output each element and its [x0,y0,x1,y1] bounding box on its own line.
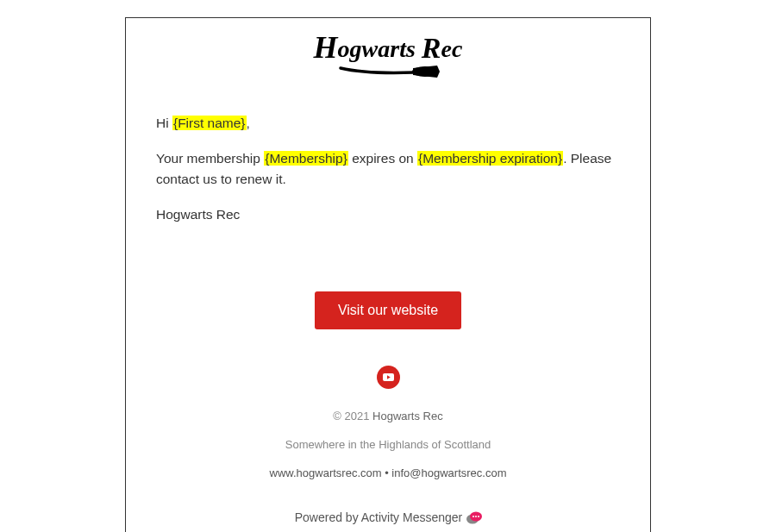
hogwarts-rec-logo: Hogwarts Rec [302,35,474,84]
company-name: Hogwarts Rec [372,410,443,422]
body-text-2: expires on [348,151,417,166]
footer: © 2021 Hogwarts Rec Somewhere in the Hig… [126,410,650,510]
svg-text:Hogwarts Rec: Hogwarts Rec [313,35,463,65]
youtube-icon[interactable] [377,366,400,389]
email-container: Hogwarts Rec Hi {First name}, Your membe… [125,17,651,532]
cta-section: Visit our website [126,240,650,360]
membership-expiration-placeholder: {Membership expiration} [417,151,563,166]
first-name-placeholder: {First name} [172,116,247,130]
copyright-prefix: © 2021 [333,410,372,422]
svg-point-5 [472,516,474,517]
separator: • [382,466,392,479]
body-line-1: Your membership {Membership} expires on … [156,148,620,189]
greeting-prefix: Hi [156,116,172,130]
email-body: Hi {First name}, Your membership {Member… [126,113,650,224]
svg-point-7 [478,516,479,517]
website-link[interactable]: www.hogwartsrec.com [270,466,382,479]
powered-by: Powered by Activity Messenger [126,510,650,532]
greeting-line: Hi {First name}, [156,113,620,133]
powered-name[interactable]: Activity Messenger [361,510,462,524]
copyright-line: © 2021 Hogwarts Rec [126,410,650,422]
greeting-suffix: , [247,116,250,130]
contact-line: www.hogwartsrec.com • info@hogwartsrec.c… [126,466,650,479]
svg-point-6 [475,516,477,517]
address-line: Somewhere in the Highlands of Scottland [126,438,650,451]
logo-section: Hogwarts Rec [126,18,650,113]
membership-placeholder: {Membership} [264,151,348,166]
powered-prefix: Powered by [295,510,361,524]
email-link[interactable]: info@hogwartsrec.com [391,466,506,479]
visit-website-button[interactable]: Visit our website [315,291,461,329]
social-section [126,360,650,410]
body-text-1: Your membership [156,151,264,166]
activity-messenger-icon [466,510,481,524]
signature-line: Hogwarts Rec [156,204,620,224]
